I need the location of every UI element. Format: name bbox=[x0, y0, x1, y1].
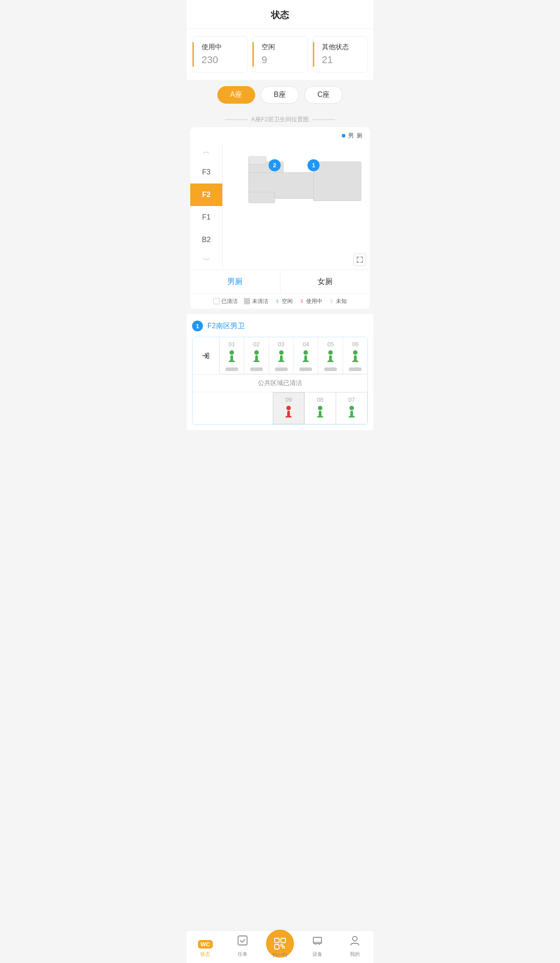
svg-point-14 bbox=[279, 350, 284, 355]
tab-female[interactable]: 女厕 bbox=[280, 270, 370, 293]
gender-tabs: 男厕 女厕 bbox=[190, 270, 370, 293]
status-legend: 已清洁 未清洁 ♀ 空闲 ♀ 使用中 ♀ 未知 bbox=[190, 293, 370, 309]
page-header: 状态 bbox=[187, 0, 373, 29]
tab-male[interactable]: 男厕 bbox=[190, 270, 280, 293]
svg-rect-19 bbox=[329, 355, 332, 361]
stall-02[interactable]: 02 bbox=[244, 337, 269, 374]
map-container: 男 厕 ︿ F3 F2 F1 B2 ﹀ bbox=[190, 127, 370, 309]
floor-selector: ︿ F3 F2 F1 B2 ﹀ bbox=[190, 142, 223, 270]
stall-title: F2南区男卫 bbox=[207, 321, 245, 331]
legend-uncleaned: 未清洁 bbox=[244, 297, 268, 305]
stall-row-2: 09 08 bbox=[193, 392, 367, 424]
stall-09[interactable]: 09 bbox=[273, 392, 304, 424]
stall-section: 1 F2南区男卫 01 bbox=[187, 314, 373, 430]
tab-seat-c[interactable]: C座 bbox=[304, 86, 343, 104]
legend-cleaned-sq bbox=[213, 298, 220, 304]
stall-grid: 01 02 bbox=[192, 337, 368, 425]
stall-01-num: 01 bbox=[229, 341, 235, 348]
stall-08-num: 08 bbox=[317, 396, 323, 403]
svg-text:2: 2 bbox=[273, 162, 276, 169]
legend-occupied: ♀ 使用中 bbox=[299, 297, 322, 305]
status-card-free[interactable]: 空闲 9 bbox=[252, 36, 308, 73]
stall-01-bottom bbox=[225, 367, 238, 371]
stall-03-person-icon bbox=[275, 349, 287, 366]
stall-07[interactable]: 07 bbox=[336, 392, 367, 424]
legend-male-label: 男 bbox=[348, 132, 354, 140]
svg-point-18 bbox=[328, 350, 333, 355]
status-card-in-use-count: 230 bbox=[199, 54, 241, 66]
stall-08[interactable]: 08 bbox=[304, 392, 336, 424]
floor-up-arrow[interactable]: ︿ bbox=[190, 142, 222, 161]
svg-point-22 bbox=[286, 406, 291, 410]
legend-unknown: ♀ 未知 bbox=[329, 297, 347, 305]
stall-04-bottom bbox=[299, 367, 312, 371]
stall-01-person-icon bbox=[226, 349, 238, 366]
page-title: 状态 bbox=[271, 10, 289, 20]
stall-header: 1 F2南区男卫 bbox=[192, 321, 368, 331]
svg-rect-15 bbox=[280, 355, 283, 361]
svg-point-24 bbox=[318, 406, 322, 410]
svg-text:1: 1 bbox=[312, 162, 315, 169]
stall-08-person-icon bbox=[314, 405, 326, 421]
stall-06-bottom bbox=[349, 367, 362, 371]
stall-cells-row-2: 09 08 bbox=[273, 392, 367, 424]
svg-point-26 bbox=[349, 406, 354, 410]
stall-09-person-icon bbox=[283, 405, 294, 421]
svg-rect-17 bbox=[304, 355, 307, 361]
stall-05-num: 05 bbox=[327, 341, 334, 348]
stall-04[interactable]: 04 bbox=[294, 337, 318, 374]
stall-09-num: 09 bbox=[285, 396, 292, 403]
stall-02-person-icon bbox=[251, 349, 262, 366]
stall-07-num: 07 bbox=[349, 396, 355, 403]
status-card-other[interactable]: 其他状态 21 bbox=[312, 36, 368, 73]
legend-occupied-label: 使用中 bbox=[306, 298, 322, 305]
map-canvas[interactable]: 2 1 bbox=[223, 142, 370, 270]
svg-rect-21 bbox=[354, 355, 357, 361]
svg-rect-3 bbox=[249, 156, 266, 164]
legend-uncleaned-label: 未清洁 bbox=[252, 298, 268, 305]
status-card-in-use-title: 使用中 bbox=[199, 43, 241, 51]
floor-item-f2[interactable]: F2 bbox=[190, 183, 222, 206]
floor-down-arrow[interactable]: ﹀ bbox=[190, 251, 222, 270]
stall-05-bottom bbox=[324, 367, 337, 371]
expand-map-button[interactable] bbox=[353, 253, 366, 266]
svg-point-10 bbox=[230, 350, 234, 355]
floor-item-f1[interactable]: F1 bbox=[190, 206, 222, 229]
status-card-free-title: 空闲 bbox=[259, 43, 301, 51]
status-card-free-count: 9 bbox=[259, 54, 301, 66]
svg-rect-4 bbox=[249, 192, 275, 203]
stall-06-num: 06 bbox=[352, 341, 358, 348]
status-card-in-use[interactable]: 使用中 230 bbox=[192, 36, 248, 73]
floor-map-svg: 2 1 bbox=[223, 142, 370, 242]
stall-05-person-icon bbox=[325, 349, 336, 366]
legend-uncleaned-sq bbox=[244, 298, 250, 304]
legend-cleaned: 已清洁 bbox=[213, 297, 238, 305]
stall-02-num: 02 bbox=[253, 341, 260, 348]
stall-04-person-icon bbox=[300, 349, 312, 366]
public-area: 公共区域已清洁 bbox=[193, 374, 367, 392]
legend-male-dot bbox=[342, 134, 345, 138]
floor-item-b2[interactable]: B2 bbox=[190, 229, 222, 251]
legend-unknown-label: 未知 bbox=[336, 298, 347, 305]
svg-rect-11 bbox=[230, 355, 233, 361]
entrance-arrow-icon bbox=[201, 350, 211, 361]
stall-03-bottom bbox=[275, 367, 288, 371]
stall-04-num: 04 bbox=[303, 341, 309, 348]
tab-seat-a[interactable]: A座 bbox=[217, 86, 256, 104]
floor-item-f3[interactable]: F3 bbox=[190, 161, 222, 183]
stall-06[interactable]: 06 bbox=[343, 337, 367, 374]
svg-rect-13 bbox=[255, 355, 258, 361]
svg-point-12 bbox=[254, 350, 259, 355]
tab-seat-b[interactable]: B座 bbox=[261, 86, 299, 104]
stall-cells-row-1: 01 02 bbox=[220, 337, 367, 374]
map-section: A座F2层卫生间位置图 男 厕 ︿ F3 F2 F1 B2 ﹀ bbox=[187, 110, 373, 313]
status-card-other-count: 21 bbox=[319, 54, 361, 66]
svg-point-16 bbox=[303, 350, 308, 355]
legend-free-icon: ♀ bbox=[275, 297, 280, 305]
svg-point-20 bbox=[353, 350, 358, 355]
stall-05[interactable]: 05 bbox=[318, 337, 343, 374]
map-legend: 男 厕 bbox=[190, 127, 370, 142]
stall-01[interactable]: 01 bbox=[220, 337, 244, 374]
stall-entrance bbox=[193, 337, 220, 374]
stall-03[interactable]: 03 bbox=[269, 337, 294, 374]
